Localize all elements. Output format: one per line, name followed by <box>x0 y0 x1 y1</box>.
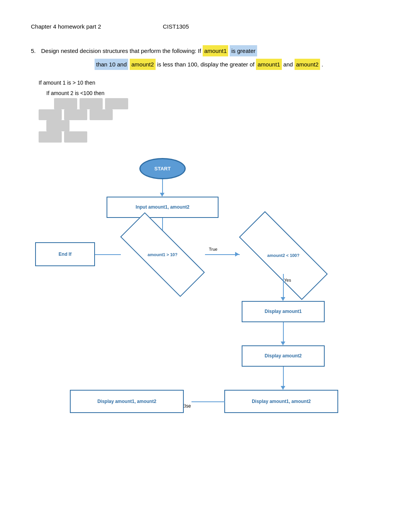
code-line-1: If amount 1 is > 10 then <box>39 78 379 88</box>
question-number: 5. <box>31 46 36 56</box>
is-greater-highlight: is greater <box>230 45 257 56</box>
arrowhead-3 <box>281 297 285 301</box>
than-10-and-highlight: than 10 and <box>95 59 128 70</box>
redacted-9 <box>64 131 87 143</box>
arrowhead-4 <box>281 342 285 345</box>
start-label: START <box>154 166 171 172</box>
display-amount1-rect: Display amount1 <box>242 301 325 322</box>
code-line-2: If amount 2 is <100 then <box>46 88 379 99</box>
question-text-and: and <box>283 59 293 70</box>
decision1-diamond: amount1 > 10? <box>120 237 205 272</box>
arrow-d2-down <box>283 274 284 299</box>
arrow-else-h <box>191 401 225 402</box>
arrow-start-to-input <box>162 179 163 195</box>
amount2-highlight-1: amount2 <box>130 59 155 70</box>
page-header: Chapter 4 homework part 2 CIST1305 <box>31 23 379 30</box>
redacted-5 <box>64 109 87 121</box>
false-rect-1: End If <box>35 242 95 266</box>
redacted-6 <box>90 109 113 121</box>
display-amount2-rect: Display amount2 <box>242 345 325 367</box>
input-rect: Input amount1, amount2 <box>107 197 219 218</box>
arrow-p1-down <box>283 322 284 343</box>
arrow-p2-down <box>283 367 284 388</box>
arrowhead-true-right <box>235 252 239 257</box>
pseudocode-block: If amount 1 is > 10 then If amount 2 is … <box>39 78 379 143</box>
redacted-8 <box>39 131 62 143</box>
output-right-label: Display amount1, amount2 <box>252 399 311 404</box>
redacted-7 <box>46 120 69 131</box>
display-amount2-label: Display amount2 <box>264 353 302 359</box>
input-label: Input amount1, amount2 <box>136 204 189 210</box>
question-line: 5. Design nested decision structures tha… <box>31 45 379 56</box>
code-line-4 <box>39 109 379 121</box>
code-line-3 <box>54 98 379 109</box>
code-line-5 <box>46 120 379 131</box>
output-left-label: Display amount1, amount2 <box>97 399 156 404</box>
course-code: CIST1305 <box>163 23 189 30</box>
arrowhead-1 <box>160 193 164 197</box>
arrow-d1-true-h <box>205 254 240 255</box>
question-block: 5. Design nested decision structures tha… <box>31 45 379 70</box>
decision2-diamond: amount2 < 100? <box>239 237 328 274</box>
question-text-2: is less than 100, display the greater of <box>157 59 255 70</box>
yes-label: Yes <box>284 278 291 282</box>
page-title: Chapter 4 homework part 2 <box>31 23 101 30</box>
redacted-2 <box>80 98 103 109</box>
start-oval: START <box>139 158 186 179</box>
amount1-highlight-1: amount1 <box>203 45 228 56</box>
amount1-highlight-2: amount1 <box>256 59 281 70</box>
decision2-label: amount2 < 100? <box>263 253 303 258</box>
true-label-1: True <box>209 247 217 252</box>
amount2-highlight-2: amount2 <box>295 59 320 70</box>
output-right-rect: Display amount1, amount2 <box>224 390 338 413</box>
output-left-rect: Display amount1, amount2 <box>70 390 184 413</box>
code-text-1: If amount 1 is > 10 then <box>39 78 95 88</box>
decision1-label: amount1 > 10? <box>144 252 181 257</box>
flowchart: START Input amount1, amount2 amount1 > 1… <box>31 154 379 440</box>
question-period: . <box>322 59 323 70</box>
redacted-1 <box>54 98 77 109</box>
false-label-box: End If <box>59 252 71 257</box>
redacted-3 <box>105 98 128 109</box>
arrowhead-5 <box>281 386 285 390</box>
question-text-1: Design nested decision structures that p… <box>41 46 201 56</box>
code-text-2: If amount 2 is <100 then <box>46 88 105 99</box>
code-line-6 <box>39 131 379 143</box>
question-line-2: than 10 and amount2 is less than 100, di… <box>95 59 379 70</box>
redacted-4 <box>39 109 62 121</box>
display-amount1-label: Display amount1 <box>264 309 302 314</box>
